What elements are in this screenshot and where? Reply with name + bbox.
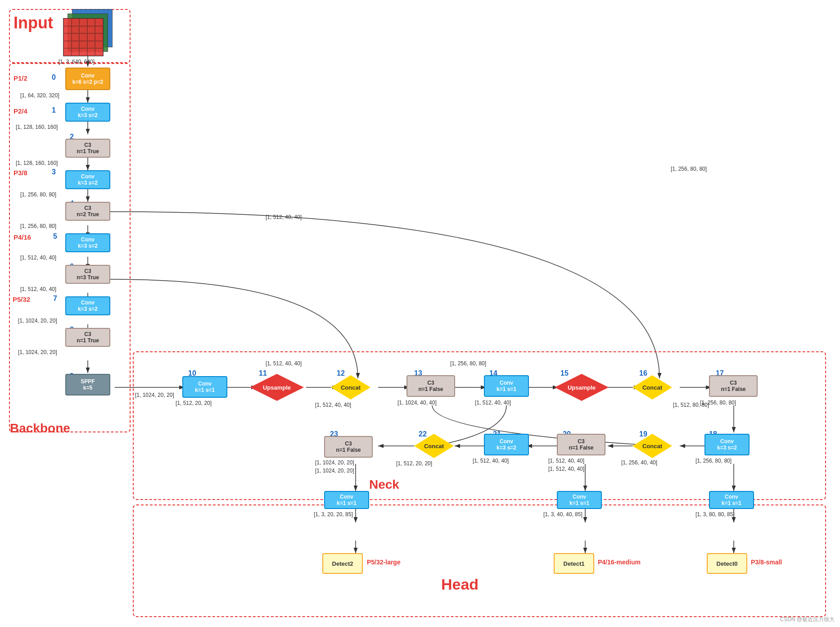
- dim-conv10: [1, 512, 20, 20]: [176, 400, 212, 406]
- conv3-box: Convk=3 s=2: [65, 170, 110, 189]
- dim-detect0-mid: [1, 3, 80, 80, 85]: [695, 511, 735, 518]
- detect2-label: P5/32-large: [367, 559, 401, 566]
- dim-conv1: [1, 128, 160, 160]: [16, 124, 58, 130]
- detect2-box: Detect2: [322, 553, 363, 574]
- node0-num: 0: [52, 73, 56, 82]
- conv7-box: Convk=3 s=2: [65, 296, 110, 315]
- dim-conv21: [1, 512, 40, 40]: [473, 458, 509, 464]
- dim-c3-6: [1, 512, 40, 40]: [20, 286, 56, 292]
- conv14-box: Convk=1 s=1: [484, 375, 529, 397]
- conv5-box: Convk=3 s=2: [65, 233, 110, 252]
- neck-label: Neck: [369, 477, 399, 492]
- conv0-box: Convk=6 s=2 p=2: [65, 68, 110, 90]
- conv-detect0-box: Convk=1 s=1: [709, 491, 754, 509]
- c3-13-box: C3n=1 False: [406, 375, 455, 397]
- conv18-box: Convk=3 s=2: [705, 434, 750, 455]
- c3-2-box: C3n=1 True: [65, 139, 110, 158]
- conv10-box: Convk=1 s=1: [182, 376, 227, 398]
- node7-num: 7: [53, 295, 57, 303]
- dim-concat12: [1, 512, 40, 40]: [315, 402, 351, 408]
- dim-c3-13: [1, 1024, 40, 40]: [397, 400, 437, 406]
- detect0-box: Detect0: [707, 553, 747, 574]
- dim-skip-mid: [1, 512, 40, 40]: [266, 214, 302, 220]
- conv-detect1-box: Convk=1 s=1: [557, 491, 602, 509]
- p3-label: P3/8: [14, 169, 27, 177]
- c3-23-box: C3n=1 False: [324, 436, 373, 458]
- node12-num: 12: [337, 369, 345, 377]
- head-label: Head: [441, 576, 479, 593]
- dim-skip-top: [1, 256, 80, 80]: [671, 166, 707, 172]
- dim-detect1-mid: [1, 3, 40, 40, 85]: [543, 511, 583, 518]
- backbone-label: Backbone: [10, 421, 70, 436]
- sppf9-box: SPPFk=5: [65, 374, 110, 395]
- main-container: Input: [0, 0, 840, 627]
- dim-concat22: [1, 512, 20, 20]: [396, 460, 432, 467]
- conv-detect2-box: Convk=1 s=1: [324, 491, 369, 509]
- dim-conv5: [1, 512, 40, 40]: [20, 254, 56, 261]
- c3-6-box: C3n=3 True: [65, 265, 110, 284]
- node19-num: 19: [639, 430, 647, 438]
- watermark: CSDN @最近压力很大: [780, 616, 835, 623]
- dim-before-conv10: [1, 1024, 20, 20]: [135, 392, 174, 398]
- c3-8-box: C3n=1 True: [65, 328, 110, 347]
- dim-detect2-mid: [1, 3, 20, 20, 85]: [314, 511, 353, 518]
- p1-label: P1/2: [14, 74, 27, 82]
- c3-4-box: C3n=2 True: [65, 202, 110, 221]
- c3-20-box: C3n=1 False: [557, 434, 605, 455]
- node22-num: 22: [419, 430, 427, 438]
- input-grid: [63, 9, 122, 59]
- conv1-box: Convk=3 s=2: [65, 103, 110, 122]
- node15-num: 15: [560, 369, 569, 377]
- dim-conv7: [1, 1024, 20, 20]: [18, 318, 57, 324]
- node16-num: 16: [639, 369, 647, 377]
- detect1-box: Detect1: [554, 553, 594, 574]
- p5-label: P5/32: [13, 295, 30, 303]
- input-label: Input: [14, 14, 53, 32]
- detect0-label: P3/8-small: [751, 559, 782, 566]
- node1-num: 1: [52, 106, 56, 114]
- dim-c3-20-bot: [1, 512, 40, 40]: [548, 466, 584, 472]
- dim-concat16-right: [1, 256, 80, 80]: [450, 360, 486, 367]
- dim-skip-c3-6: [1, 512, 40, 40]: [266, 360, 302, 367]
- dim-c3-20-top: [1, 512, 40, 40]: [548, 458, 584, 464]
- dim-c3-17: [1, 256, 80, 80]: [700, 400, 736, 406]
- node3-num: 3: [52, 168, 56, 176]
- c3-17-box: C3n=1 False: [709, 375, 758, 397]
- dim-c3-8: [1, 1024, 20, 20]: [18, 349, 57, 355]
- dim-conv18: [1, 256, 80, 80]: [695, 458, 732, 464]
- dim-conv14: [1, 512, 40, 40]: [475, 400, 511, 406]
- dim-c3-23-top: [1, 1024, 20, 20]: [315, 459, 354, 466]
- dim-conv0: [1, 64, 320, 320]: [20, 92, 59, 99]
- detect1-label: P4/16-medium: [598, 559, 641, 566]
- dim-c3-2: [1, 128, 160, 160]: [16, 160, 58, 166]
- node11-num: 11: [259, 369, 267, 377]
- dim-c3-23-bot: [1, 1024, 20, 20]: [315, 468, 354, 474]
- p4-label: P4/16: [14, 233, 31, 241]
- conv21-box: Convk=3 s=2: [484, 434, 529, 455]
- dim-c3-4: [1, 256, 80, 80]: [20, 223, 56, 229]
- p2-label: P2/4: [14, 107, 27, 115]
- node5-num: 5: [53, 232, 57, 241]
- dim-concat19: [1, 256, 40, 40]: [621, 459, 657, 466]
- dim-conv3: [1, 256, 80, 80]: [20, 191, 56, 198]
